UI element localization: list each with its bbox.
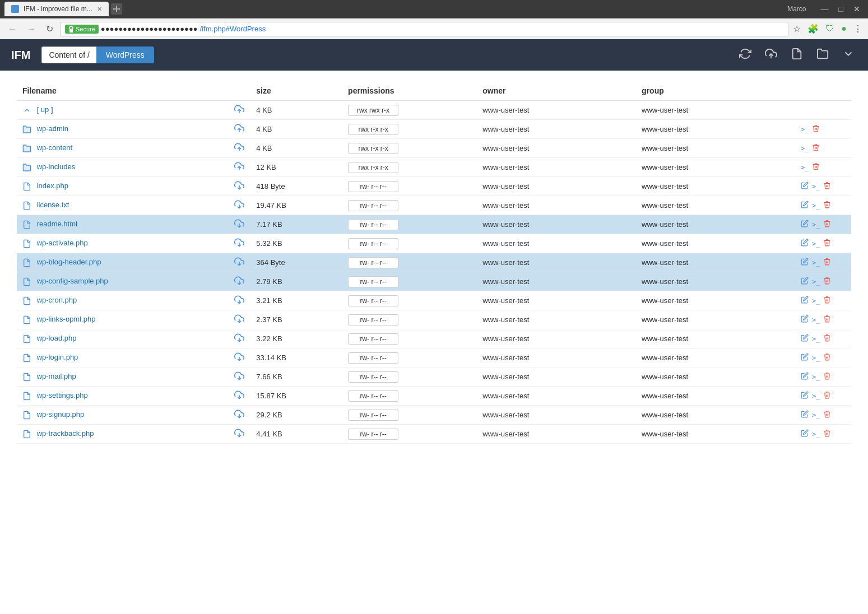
file-link[interactable]: wp-links-opml.php — [37, 315, 96, 323]
file-transfer-cell[interactable] — [228, 234, 250, 253]
edit-icon[interactable] — [801, 315, 809, 324]
file-name-cell[interactable]: wp-content — [17, 139, 228, 158]
file-link[interactable]: readme.html — [37, 220, 77, 228]
file-name-cell[interactable]: wp-config-sample.php — [17, 272, 228, 291]
file-name-cell[interactable]: wp-links-opml.php — [17, 310, 228, 329]
menu-icon[interactable]: ⋮ — [852, 22, 864, 35]
file-name-cell[interactable]: wp-includes — [17, 158, 228, 177]
file-transfer-cell[interactable] — [228, 425, 250, 444]
transfer-icon[interactable] — [234, 184, 244, 192]
file-name-cell[interactable]: wp-signup.php — [17, 406, 228, 425]
file-name-cell[interactable]: wp-cron.php — [17, 291, 228, 310]
terminal-icon[interactable]: >_ — [812, 430, 820, 438]
file-name-cell[interactable]: wp-activate.php — [17, 234, 228, 253]
file-transfer-cell[interactable] — [228, 120, 250, 139]
file-transfer-cell[interactable] — [228, 253, 250, 272]
transfer-icon[interactable] — [234, 298, 244, 306]
delete-icon[interactable] — [823, 277, 831, 286]
file-link[interactable]: wp-content — [37, 143, 73, 152]
upload-action[interactable] — [763, 45, 779, 65]
terminal-icon[interactable]: >_ — [812, 316, 820, 324]
delete-icon[interactable] — [823, 239, 831, 248]
terminal-icon[interactable]: >_ — [812, 373, 820, 381]
file-name-cell[interactable]: readme.html — [17, 215, 228, 234]
terminal-icon[interactable]: >_ — [812, 202, 820, 210]
reload-button[interactable]: ↻ — [43, 22, 57, 35]
edit-icon[interactable] — [801, 258, 809, 267]
terminal-icon[interactable]: >_ — [812, 392, 820, 400]
edit-icon[interactable] — [801, 391, 809, 401]
browser-tab[interactable]: IFM - improved file m... ✕ — [4, 2, 109, 16]
transfer-icon[interactable] — [234, 165, 244, 173]
terminal-icon[interactable]: >_ — [801, 125, 809, 133]
delete-icon[interactable] — [823, 372, 831, 382]
terminal-icon[interactable]: >_ — [812, 221, 820, 229]
terminal-icon[interactable]: >_ — [812, 240, 820, 248]
file-transfer-cell[interactable] — [228, 310, 250, 329]
file-transfer-cell[interactable] — [228, 329, 250, 348]
transfer-icon[interactable] — [234, 412, 244, 421]
transfer-icon[interactable] — [234, 260, 244, 268]
file-transfer-cell[interactable] — [228, 158, 250, 177]
close-button[interactable]: ✕ — [850, 3, 864, 15]
edit-icon[interactable] — [801, 277, 809, 286]
star-icon[interactable]: ☆ — [792, 22, 802, 35]
transfer-icon[interactable] — [234, 222, 244, 230]
restore-button[interactable]: □ — [835, 3, 847, 15]
circle-icon[interactable]: ● — [840, 22, 848, 35]
transfer-icon[interactable] — [234, 127, 244, 135]
minimize-button[interactable]: — — [818, 3, 832, 15]
forward-button[interactable]: → — [24, 23, 39, 35]
file-name-cell[interactable]: wp-load.php — [17, 329, 228, 348]
file-link[interactable]: [ up ] — [37, 105, 53, 114]
file-link[interactable]: wp-includes — [37, 162, 76, 171]
file-link[interactable]: wp-settings.php — [37, 391, 88, 399]
delete-icon[interactable] — [823, 296, 831, 305]
transfer-icon[interactable] — [234, 355, 244, 364]
edit-icon[interactable] — [801, 334, 809, 343]
more-action[interactable] — [840, 45, 857, 65]
file-name-cell[interactable]: wp-settings.php — [17, 387, 228, 406]
extensions-icon[interactable]: 🧩 — [806, 22, 820, 35]
file-link[interactable]: index.php — [37, 182, 68, 190]
transfer-icon[interactable] — [234, 241, 244, 249]
file-link[interactable]: wp-config-sample.php — [37, 277, 108, 285]
shield-icon[interactable]: 🛡 — [824, 22, 835, 35]
file-transfer-cell[interactable] — [228, 368, 250, 387]
file-transfer-cell[interactable] — [228, 100, 250, 120]
delete-icon[interactable] — [823, 220, 831, 229]
transfer-icon[interactable] — [234, 317, 244, 325]
file-link[interactable]: license.txt — [37, 201, 69, 209]
delete-icon[interactable] — [823, 391, 831, 401]
file-transfer-cell[interactable] — [228, 291, 250, 310]
file-link[interactable]: wp-login.php — [37, 353, 78, 361]
file-link[interactable]: wp-cron.php — [37, 296, 77, 304]
file-transfer-cell[interactable] — [228, 139, 250, 158]
transfer-icon[interactable] — [234, 431, 244, 440]
terminal-icon[interactable]: >_ — [812, 183, 820, 190]
transfer-icon[interactable] — [234, 336, 244, 345]
new-tab-button[interactable] — [111, 3, 122, 15]
edit-icon[interactable] — [801, 296, 809, 305]
file-link[interactable]: wp-admin — [37, 124, 68, 133]
file-transfer-cell[interactable] — [228, 215, 250, 234]
transfer-icon[interactable] — [234, 374, 244, 383]
edit-icon[interactable] — [801, 353, 809, 362]
edit-icon[interactable] — [801, 182, 809, 191]
tab-close-button[interactable]: ✕ — [97, 6, 102, 13]
file-name-cell[interactable]: index.php — [17, 177, 228, 196]
delete-icon[interactable] — [823, 353, 831, 362]
transfer-icon[interactable] — [234, 108, 244, 116]
file-transfer-cell[interactable] — [228, 196, 250, 215]
file-transfer-cell[interactable] — [228, 272, 250, 291]
delete-icon[interactable] — [823, 201, 831, 210]
file-transfer-cell[interactable] — [228, 348, 250, 368]
file-link[interactable]: wp-signup.php — [37, 410, 85, 418]
delete-icon[interactable] — [823, 182, 831, 191]
file-transfer-cell[interactable] — [228, 406, 250, 425]
delete-icon[interactable] — [812, 143, 820, 153]
edit-icon[interactable] — [801, 410, 809, 420]
delete-icon[interactable] — [812, 124, 820, 134]
delete-icon[interactable] — [823, 429, 831, 439]
file-name-cell[interactable]: license.txt — [17, 196, 228, 215]
